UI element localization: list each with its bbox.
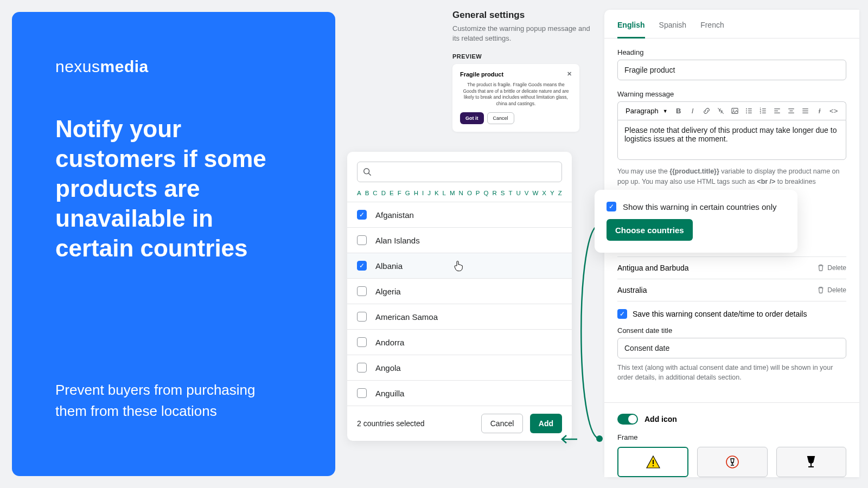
alpha-Z[interactable]: Z (558, 190, 562, 196)
frame-option-fragile-glass[interactable] (776, 447, 846, 477)
alpha-I[interactable]: I (422, 190, 424, 196)
alpha-V[interactable]: V (525, 190, 529, 196)
country-label: Anguilla (375, 389, 404, 398)
country-row[interactable]: American Samoa (347, 304, 572, 329)
selected-country-name: Antigua and Barbuda (617, 264, 689, 272)
country-row[interactable]: Algeria (347, 278, 572, 304)
alpha-L[interactable]: L (443, 190, 446, 196)
checkbox-checked-icon[interactable] (357, 210, 367, 220)
alpha-J[interactable]: J (427, 190, 431, 196)
country-label: Andorra (375, 338, 404, 347)
svg-rect-29 (653, 460, 654, 464)
checkbox-icon[interactable] (357, 235, 367, 245)
country-row[interactable]: Anguilla (347, 380, 572, 406)
image-icon[interactable] (729, 105, 742, 118)
tab-french[interactable]: French (700, 21, 724, 38)
checkbox-checked-icon[interactable] (357, 261, 367, 271)
cancel-button[interactable]: Cancel (481, 414, 524, 433)
alpha-E[interactable]: E (390, 190, 394, 196)
country-list: AfganistanAlan IslandsAlbaniaAlgeriaAmer… (347, 202, 572, 406)
checkbox-icon[interactable] (357, 337, 367, 347)
save-consent-checkbox-row[interactable]: Save this warning consent date/time to o… (617, 309, 846, 319)
alpha-U[interactable]: U (516, 190, 520, 196)
add-icon-label: Add icon (644, 415, 677, 423)
language-tabs: EnglishSpanishFrench (604, 10, 859, 38)
svg-point-0 (364, 169, 369, 174)
alpha-S[interactable]: S (501, 190, 505, 196)
checkbox-icon[interactable] (357, 286, 367, 296)
general-settings-desc: Customize the warning popup message and … (452, 24, 593, 43)
alpha-C[interactable]: C (373, 190, 377, 196)
frame-option-fragile-circle[interactable] (697, 447, 767, 477)
alpha-F[interactable]: F (398, 190, 401, 196)
country-row[interactable]: Afganistan (347, 202, 572, 227)
heading-label: Heading (617, 48, 846, 56)
add-icon-toggle[interactable] (617, 414, 638, 425)
checkbox-icon[interactable] (357, 312, 367, 322)
country-row[interactable]: Angola (347, 355, 572, 380)
alpha-M[interactable]: M (450, 190, 455, 196)
country-label: Algeria (375, 287, 401, 296)
country-row[interactable]: Andorra (347, 329, 572, 355)
frame-option-warning[interactable] (617, 447, 688, 477)
alpha-H[interactable]: H (414, 190, 418, 196)
align-justify-icon[interactable] (799, 105, 812, 118)
country-search-input[interactable] (357, 162, 562, 182)
code-icon[interactable]: <> (827, 105, 840, 118)
alpha-K[interactable]: K (435, 190, 439, 196)
delete-country-button[interactable]: Delete (818, 264, 846, 272)
alpha-X[interactable]: X (542, 190, 546, 196)
delete-country-button[interactable]: Delete (818, 286, 846, 294)
country-row[interactable]: Alan Islands (347, 227, 572, 253)
country-label: Alan Islands (375, 236, 420, 245)
align-center-icon[interactable] (785, 105, 798, 118)
svg-point-3 (596, 435, 603, 442)
country-label: Albania (375, 261, 403, 271)
checkbox-icon[interactable] (357, 363, 367, 373)
bold-icon[interactable]: B (672, 105, 685, 118)
number-list-icon[interactable]: 123 (757, 105, 770, 118)
fragile-circle-icon (725, 455, 739, 469)
italic-icon[interactable]: I (686, 105, 699, 118)
preview-cancel-button[interactable]: Cancel (487, 112, 514, 124)
preview-gotit-button[interactable]: Got it (460, 112, 484, 124)
alpha-G[interactable]: G (405, 190, 410, 196)
country-restriction-card: Show this warning in certain countries o… (595, 190, 797, 253)
alpha-N[interactable]: N (459, 190, 463, 196)
alpha-A[interactable]: A (357, 190, 361, 196)
alpha-O[interactable]: O (467, 190, 472, 196)
preview-card: Fragile product ✕ The product is fragile… (452, 64, 579, 132)
choose-countries-button[interactable]: Choose countries (607, 219, 693, 241)
bullet-list-icon[interactable] (743, 105, 756, 118)
alpha-Q[interactable]: Q (484, 190, 489, 196)
alpha-B[interactable]: B (365, 190, 369, 196)
add-button[interactable]: Add (530, 414, 562, 433)
consent-title-input[interactable] (617, 338, 846, 358)
align-left-icon[interactable] (771, 105, 784, 118)
message-hint: You may use the {{product.title}} variab… (617, 166, 846, 187)
selected-country-name: Australia (617, 286, 647, 294)
unlink-icon[interactable] (714, 105, 727, 118)
svg-point-8 (746, 111, 747, 112)
link-icon[interactable] (700, 105, 713, 118)
alpha-W[interactable]: W (532, 190, 538, 196)
heading-input[interactable] (617, 60, 846, 80)
checkbox-icon[interactable] (357, 388, 367, 398)
tab-spanish[interactable]: Spanish (659, 21, 687, 38)
svg-text:3: 3 (760, 112, 762, 114)
alpha-D[interactable]: D (381, 190, 386, 196)
clear-format-icon[interactable]: I (813, 105, 826, 118)
svg-line-1 (369, 174, 371, 176)
alpha-R[interactable]: R (492, 190, 496, 196)
show-warning-label: Show this warning in certain countries o… (623, 202, 776, 211)
alpha-T[interactable]: T (508, 190, 512, 196)
checkbox-checked-icon (617, 309, 627, 319)
message-textarea[interactable] (617, 120, 846, 160)
close-icon[interactable]: ✕ (567, 70, 572, 78)
alpha-Y[interactable]: Y (550, 190, 554, 196)
paragraph-select[interactable]: Paragraph▼ (622, 107, 671, 115)
show-warning-checkbox-row[interactable]: Show this warning in certain countries o… (607, 202, 786, 211)
tab-english[interactable]: English (617, 21, 645, 38)
alpha-P[interactable]: P (476, 190, 480, 196)
cursor-hand-icon (454, 260, 463, 272)
